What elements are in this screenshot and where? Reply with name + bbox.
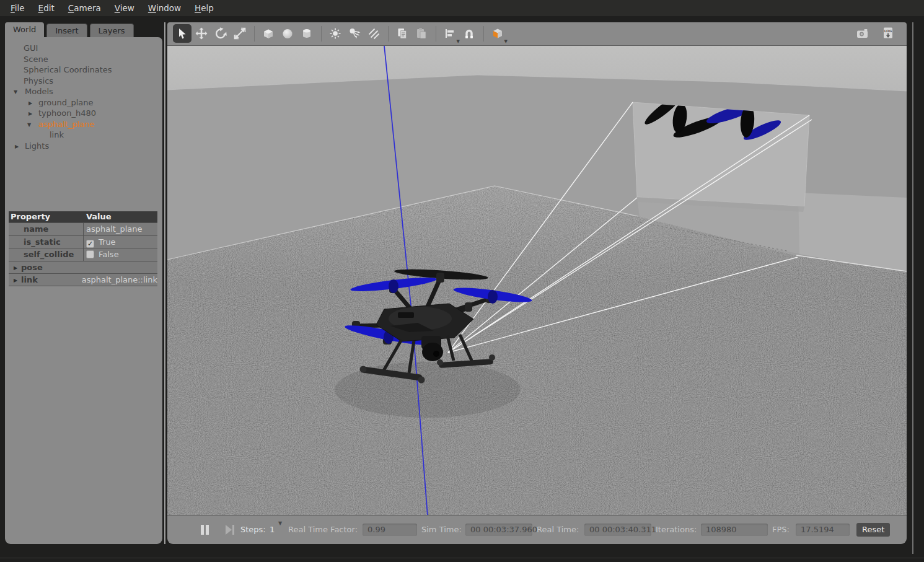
rotate-tool-button[interactable] (211, 24, 230, 43)
window-resize-edge[interactable] (912, 22, 913, 554)
menu-camera[interactable]: Camera (61, 1, 108, 15)
property-row-name[interactable]: name asphalt_plane (9, 222, 157, 235)
directional-light-tool-button[interactable] (364, 24, 383, 43)
property-row-link[interactable]: link asphalt_plane::link (9, 273, 157, 286)
translate-tool-button[interactable] (192, 24, 211, 43)
tab-world[interactable]: World (5, 22, 44, 37)
expander-closed-icon[interactable] (29, 108, 32, 120)
property-table: Property Value name asphalt_plane is_sta… (9, 211, 157, 286)
steps-label: Steps: (240, 524, 266, 536)
tree-item-physics[interactable]: Physics (5, 76, 162, 87)
tab-layers[interactable]: Layers (90, 24, 134, 37)
rotate-icon (214, 27, 227, 40)
toolbar-separator (436, 26, 436, 42)
expander-closed-icon[interactable] (14, 262, 17, 274)
menu-file[interactable]: File (4, 1, 32, 15)
rtf-label: Real Time Factor: (288, 524, 358, 536)
expander-closed-icon[interactable] (29, 98, 32, 109)
select-arrow-icon (175, 27, 189, 40)
iterations-label: Iterations: (656, 524, 697, 536)
directional-light-icon (367, 27, 381, 40)
sim-time-label: Sim Time: (421, 524, 462, 536)
rtf-field: 0.99 (363, 524, 417, 536)
svg-text:LOG: LOG (884, 29, 892, 33)
iterations-field: 108980 (701, 524, 768, 536)
tree-item-typhoon-h480[interactable]: typhoon_h480 (5, 108, 162, 119)
point-light-icon (328, 27, 342, 40)
expander-closed-icon[interactable] (15, 141, 19, 152)
tree-item-ground-plane[interactable]: ground_plane (5, 97, 162, 108)
drone-gimbal-camera (421, 336, 443, 361)
select-tool-button[interactable] (173, 24, 191, 43)
pause-button[interactable] (200, 524, 211, 537)
fps-field: 17.5194 (796, 524, 850, 536)
toolbar-right-group: LOG (853, 24, 898, 43)
tree-item-models[interactable]: Models (5, 86, 162, 97)
menu-help[interactable]: Help (188, 1, 221, 15)
is-static-checkbox[interactable] (86, 240, 94, 248)
expander-closed-icon[interactable] (14, 274, 17, 287)
property-row-is-static[interactable]: is_static True (9, 235, 157, 248)
simulation-statusbar: Steps: 1 ▼ Real Time Factor: 0.99 Sim Ti… (167, 516, 907, 544)
paste-tool-button[interactable] (412, 24, 431, 43)
box-icon (262, 27, 275, 40)
point-light-tool-button[interactable] (326, 24, 345, 43)
copy-icon (395, 27, 409, 40)
menu-view[interactable]: View (108, 1, 141, 15)
fps-label: FPS: (772, 524, 790, 536)
step-button[interactable] (224, 524, 235, 537)
view-angle-cube-icon (490, 26, 505, 41)
property-table-header: Property Value (9, 211, 157, 222)
scale-tool-button[interactable] (231, 24, 249, 43)
property-row-self-collide[interactable]: self_collide False (9, 248, 157, 261)
spot-light-tool-button[interactable] (345, 24, 364, 43)
tree-item-lights[interactable]: Lights (5, 141, 162, 152)
toolbar-separator (388, 26, 389, 42)
expander-open-icon[interactable] (27, 120, 31, 131)
tab-insert[interactable]: Insert (46, 24, 87, 37)
property-row-pose[interactable]: pose (9, 261, 157, 274)
spot-light-icon (348, 27, 361, 40)
reset-button[interactable]: Reset (856, 523, 890, 537)
tree-item-asphalt-plane[interactable]: asphalt_plane (5, 119, 162, 130)
property-column-header: Property (9, 211, 84, 222)
render-viewport-3d[interactable] (167, 45, 907, 516)
menu-edit[interactable]: Edit (32, 1, 61, 15)
steps-dropdown-caret-icon[interactable]: ▼ (278, 520, 282, 526)
screenshot-button[interactable] (853, 24, 872, 43)
cylinder-tool-button[interactable] (297, 24, 316, 43)
tree-item-spherical-coordinates[interactable]: Spherical Coordinates (5, 64, 162, 76)
self-collide-checkbox[interactable] (86, 250, 94, 258)
expander-open-icon[interactable] (14, 87, 17, 98)
panel-tabbar: World Insert Layers (5, 22, 162, 37)
paste-icon (415, 27, 428, 40)
toolbar-separator (483, 26, 484, 42)
tree-item-scene[interactable]: Scene (5, 54, 162, 65)
view-angle-tool-button[interactable]: ▼ (488, 24, 507, 43)
value-column-header: Value (84, 211, 157, 222)
steps-value[interactable]: 1 (270, 524, 275, 536)
panel-splitter[interactable] (164, 22, 165, 544)
box-tool-button[interactable] (259, 24, 278, 43)
window-bottom-border (0, 558, 924, 558)
real-time-label: Real Time: (537, 524, 579, 536)
log-record-button[interactable]: LOG (879, 24, 897, 43)
render-panel: ▼ ▼ (167, 22, 907, 544)
world-panel: World Insert Layers GUI Scene Spherical … (5, 22, 162, 544)
snap-magnet-icon (462, 27, 476, 40)
sphere-tool-button[interactable] (278, 24, 297, 43)
cylinder-icon (300, 27, 314, 40)
world-tree: GUI Scene Spherical Coordinates Physics … (5, 43, 162, 151)
toolbar-separator (254, 26, 255, 42)
tree-item-link[interactable]: link (5, 130, 162, 141)
render-toolbar: ▼ ▼ (167, 22, 907, 45)
tree-item-gui[interactable]: GUI (5, 43, 162, 54)
snap-tool-button[interactable] (460, 24, 478, 43)
align-tool-button[interactable]: ▼ (441, 24, 459, 43)
real-time-field: 00 00:03:40.311 (584, 524, 651, 536)
menubar: File Edit Camera View Window Help (0, 0, 924, 16)
copy-tool-button[interactable] (393, 24, 411, 43)
camera-icon (855, 27, 870, 40)
scale-icon (233, 27, 247, 40)
menu-window[interactable]: Window (141, 1, 188, 15)
